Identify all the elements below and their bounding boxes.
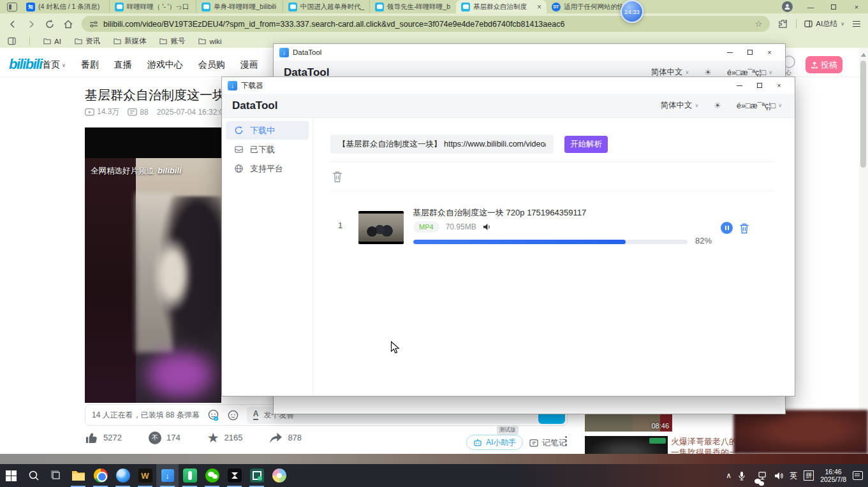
start-button[interactable] <box>0 464 22 487</box>
browser-tab-zhihu[interactable]: 知 (4 封私信 / 1 条消息) <box>21 0 109 13</box>
minimize-button[interactable] <box>720 45 740 59</box>
related-video-title[interactable]: 火爆泽哥最老八的一集吃得最香的一集 <box>671 436 741 454</box>
nav-game-center[interactable]: 游戏中心 <box>147 59 183 71</box>
maximize-button[interactable] <box>749 78 769 92</box>
video-player[interactable]: 全网精选好片频道bilibili <box>85 127 221 403</box>
ime-mode-icon[interactable]: 拼 <box>804 470 814 481</box>
taskbar-green-app[interactable] <box>179 464 201 487</box>
profile-avatar[interactable] <box>782 1 793 12</box>
favorite-button[interactable]: ★ 2165 <box>207 431 243 444</box>
taskbar-screenshot-tool[interactable] <box>246 464 268 487</box>
browser-tab[interactable]: 领导先生-咩哩咩哩_b <box>369 0 456 13</box>
taskbar-utility-app[interactable] <box>268 464 290 487</box>
related-video-thumbnail[interactable]: 08:46 <box>585 414 672 432</box>
site-info-icon[interactable] <box>89 20 98 29</box>
browser-minimize-button[interactable]: — <box>799 0 822 13</box>
post-video-button[interactable]: 投稿 <box>805 56 842 73</box>
taskbar-clock[interactable]: 16:46 2025/7/8 <box>820 468 846 483</box>
maximize-button[interactable] <box>740 45 760 59</box>
account-menu[interactable]: é»□æ¯ªç¦□∨ <box>737 101 782 110</box>
taskbar-file-explorer[interactable] <box>67 464 89 487</box>
task-view-icon[interactable] <box>45 464 67 487</box>
theme-toggle-icon[interactable]: ☀ <box>714 101 721 110</box>
browser-tab[interactable]: DT 适用于任何网站的快 <box>547 0 628 13</box>
page-scrollbar[interactable] <box>859 48 868 454</box>
pause-button[interactable] <box>721 222 733 234</box>
datatool-titlebar[interactable]: ↓ DataTool × <box>274 44 785 61</box>
back-icon[interactable] <box>8 19 18 29</box>
extensions-puzzle-icon[interactable] <box>778 19 788 29</box>
browser-tab[interactable]: 咩哩咩哩（ '- '）っ口 <box>109 0 196 13</box>
bookmark-item-ai[interactable]: AI <box>43 38 61 45</box>
browser-maximize-button[interactable] <box>822 0 845 13</box>
floating-timer-bubble[interactable]: 24:33 <box>621 0 644 23</box>
note-button[interactable]: 记笔记 <box>529 437 567 449</box>
tab-label: 中国进入超单身时代_ <box>300 3 364 11</box>
ai-summary-button[interactable]: AI总结 ∨ <box>796 19 844 29</box>
taskbar-search-icon[interactable] <box>22 464 45 487</box>
scrollbar-thumb[interactable] <box>860 61 866 168</box>
theme-toggle-icon[interactable]: ☀ <box>704 68 712 77</box>
nav-bangumi[interactable]: 番剧 <box>81 59 99 71</box>
parse-button[interactable]: 开始解析 <box>564 136 608 153</box>
volume-icon[interactable] <box>774 472 783 480</box>
related-video-thumbnail[interactable] <box>585 436 668 454</box>
scroll-up-icon[interactable] <box>861 53 866 57</box>
browser-tab[interactable]: 中国进入超单身时代_ <box>283 0 369 13</box>
sidebar-item-downloaded[interactable]: 已下载 <box>226 140 309 159</box>
taskbar-capcut[interactable] <box>223 464 246 487</box>
minimize-button[interactable] <box>730 78 749 92</box>
network-icon[interactable] <box>758 472 768 480</box>
danmaku-display-toggle-icon[interactable] <box>207 409 219 421</box>
url-text[interactable]: bilibili.com/video/BV19T3EzDEU4/?spm_id_… <box>103 20 750 29</box>
side-panel-icon[interactable] <box>8 37 16 45</box>
taskbar-media-player[interactable] <box>112 464 134 487</box>
microphone-icon[interactable] <box>738 471 746 481</box>
sidebar-item-platforms[interactable]: 支持平台 <box>226 159 309 178</box>
browser-tab-active[interactable]: 基层群众自治制度 × <box>456 0 547 13</box>
share-button[interactable]: 878 <box>269 432 302 444</box>
danmaku-settings-icon[interactable] <box>227 409 239 421</box>
account-menu[interactable]: é»□æ¯ªç¦□∨ <box>727 68 772 77</box>
url-input-field[interactable] <box>338 140 546 149</box>
delete-download-icon[interactable] <box>739 222 749 234</box>
browser-tab[interactable]: 单身-咩哩咩哩_bilibili <box>196 0 283 13</box>
bookmark-item-news[interactable]: 资讯 <box>75 36 100 46</box>
danmaku-font-icon[interactable]: A <box>253 410 259 419</box>
tray-expand-icon[interactable]: ∧ <box>726 471 732 480</box>
refresh-icon[interactable] <box>45 19 55 29</box>
bilibili-logo[interactable]: bilibili <box>9 56 42 73</box>
downloader-titlebar[interactable]: ↓ 下载器 × <box>222 77 795 94</box>
close-button[interactable]: × <box>769 78 789 92</box>
close-button[interactable]: × <box>760 45 779 59</box>
tab-close-icon[interactable]: × <box>537 3 541 11</box>
language-selector[interactable]: 简体中文∨ <box>660 100 698 111</box>
more-options-icon[interactable] <box>565 436 567 446</box>
ai-assistant-button[interactable]: AI小助手 <box>466 435 523 450</box>
sidebar-item-downloading[interactable]: 下载中 <box>226 121 309 140</box>
taskbar-chrome[interactable] <box>89 464 112 487</box>
bookmark-item-account[interactable]: 账号 <box>159 36 185 46</box>
notification-center-icon[interactable] <box>853 471 863 480</box>
taskbar-office-app[interactable]: W <box>134 464 156 487</box>
bookmark-item-media[interactable]: 新媒体 <box>114 36 147 46</box>
url-input[interactable] <box>330 134 554 154</box>
bookmark-item-wiki[interactable]: wiki <box>198 38 221 45</box>
like-button[interactable]: 5272 <box>85 432 122 444</box>
address-bar[interactable]: bilibili.com/video/BV19T3EzDEU4/?spm_id_… <box>82 16 770 32</box>
bookmark-star-icon[interactable]: ☆ <box>755 19 763 29</box>
browser-menu-icon[interactable] <box>853 21 860 27</box>
forward-icon[interactable] <box>26 19 36 29</box>
ime-language[interactable]: 英 <box>790 470 797 481</box>
nav-home[interactable]: 首页∨ <box>42 59 66 71</box>
nav-shop[interactable]: 会员购 <box>198 59 225 71</box>
tab-search-icon[interactable] <box>7 3 17 11</box>
nav-live[interactable]: 直播 <box>114 59 132 71</box>
clear-list-trash-icon[interactable] <box>332 170 343 183</box>
coin-button[interactable]: 不 174 <box>149 432 180 444</box>
taskbar-wechat[interactable] <box>201 464 223 487</box>
home-icon[interactable] <box>63 19 73 29</box>
nav-manga[interactable]: 漫画 <box>240 59 258 71</box>
taskbar-datatool-active[interactable]: ↓ <box>156 464 179 487</box>
browser-close-button[interactable]: × <box>845 0 868 13</box>
